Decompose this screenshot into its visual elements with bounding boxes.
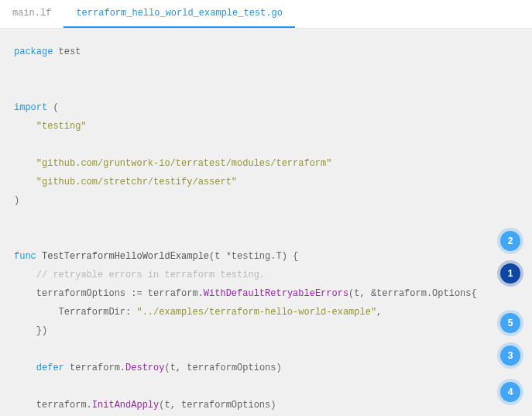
tfopts-assign: terraformOptions := terraform. xyxy=(36,288,204,299)
comment-retryable: // retryable errors in terraform testing… xyxy=(36,270,265,280)
withdef-args: (t, &terraform.Options{ xyxy=(348,288,477,299)
import-terraform: "github.com/gruntwork-io/terratest/modul… xyxy=(36,158,332,169)
tfdir-val: "../examples/terraform-hello-world-examp… xyxy=(136,307,376,318)
tfdir-key: TerraformDir: xyxy=(59,307,137,318)
annotation-marker-5[interactable]: 5 xyxy=(500,313,520,333)
keyword-package: package xyxy=(14,46,53,57)
func-sig: (t *testing.T) { xyxy=(209,251,298,262)
annotation-marker-2[interactable]: 2 xyxy=(500,231,520,251)
annotation-marker-4[interactable]: 4 xyxy=(500,382,520,402)
init-args: (t, terraformOptions) xyxy=(159,400,276,411)
fn-withdefault: WithDefaultRetryableErrors xyxy=(204,288,348,299)
tfdir-comma: , xyxy=(376,307,382,318)
opts-close: }) xyxy=(36,325,47,336)
package-name: test xyxy=(53,46,81,57)
keyword-func: func xyxy=(14,251,36,262)
init-pre: terraform. xyxy=(36,400,92,411)
tab-testfile[interactable]: terraform_hello_world_example_test.go xyxy=(63,0,294,28)
annotation-marker-3[interactable]: 3 xyxy=(500,346,520,366)
annotation-marker-1[interactable]: 1 xyxy=(500,263,520,284)
tab-bar: main.lf terraform_hello_world_example_te… xyxy=(0,0,532,29)
import-assert: "github.com/stretchr/testify/assert" xyxy=(36,177,237,187)
tab-main[interactable]: main.lf xyxy=(0,0,63,28)
fn-initapply: InitAndApply xyxy=(92,400,159,411)
import-paren-close: ) xyxy=(14,195,19,206)
fn-destroy: Destroy xyxy=(125,363,164,373)
defer-call-pre: terraform. xyxy=(64,363,125,373)
destroy-args: (t, terraformOptions) xyxy=(164,363,281,373)
keyword-import: import xyxy=(14,102,47,113)
import-testing: "testing" xyxy=(36,121,87,132)
import-paren-open: ( xyxy=(47,102,58,113)
keyword-defer: defer xyxy=(36,363,64,373)
code-editor: package test import ( "testing" "github.… xyxy=(0,29,532,416)
func-name: TestTerraformHelloWorldExample xyxy=(36,251,209,262)
